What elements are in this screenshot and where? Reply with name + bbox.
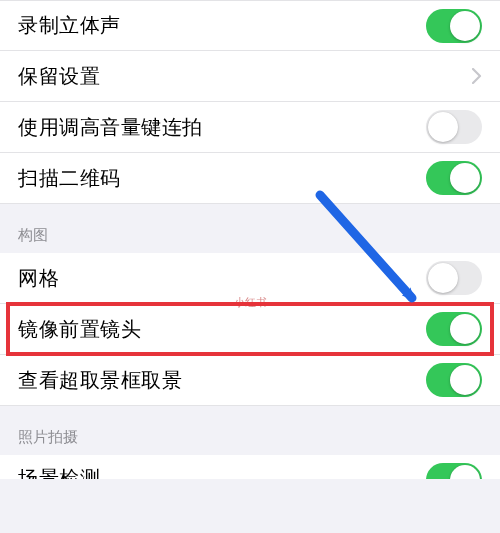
header-photo-capture: 照片拍摄 [0,406,500,455]
toggle-mirror-front-camera[interactable] [426,312,482,346]
chevron-right-icon [472,68,482,84]
label-preserve-settings: 保留设置 [18,63,472,90]
label-scene-detection: 场景检测 [18,465,426,479]
toggle-volume-up-burst[interactable] [426,110,482,144]
label-mirror-front-camera: 镜像前置镜头 [18,316,426,343]
toggle-scene-detection[interactable] [426,463,482,479]
label-view-outside-frame: 查看超取景框取景 [18,367,426,394]
label-scan-qr: 扫描二维码 [18,165,426,192]
row-record-stereo[interactable]: 录制立体声 [0,0,500,51]
row-scene-detection[interactable]: 场景检测 [0,455,500,479]
row-volume-up-burst[interactable]: 使用调高音量键连拍 [0,102,500,153]
row-grid[interactable]: 网格 [0,253,500,304]
label-record-stereo: 录制立体声 [18,12,426,39]
row-view-outside-frame[interactable]: 查看超取景框取景 [0,355,500,406]
row-mirror-front-camera[interactable]: 小红书 镜像前置镜头 [0,304,500,355]
section-top: 录制立体声 保留设置 使用调高音量键连拍 扫描二维码 [0,0,500,204]
label-grid: 网格 [18,265,426,292]
toggle-grid[interactable] [426,261,482,295]
row-preserve-settings[interactable]: 保留设置 [0,51,500,102]
row-scan-qr[interactable]: 扫描二维码 [0,153,500,204]
section-photo-capture: 照片拍摄 场景检测 [0,406,500,479]
section-composition: 构图 网格 小红书 镜像前置镜头 查看超取景框取景 [0,204,500,406]
toggle-scan-qr[interactable] [426,161,482,195]
toggle-view-outside-frame[interactable] [426,363,482,397]
toggle-record-stereo[interactable] [426,9,482,43]
header-composition: 构图 [0,204,500,253]
label-volume-up-burst: 使用调高音量键连拍 [18,114,426,141]
